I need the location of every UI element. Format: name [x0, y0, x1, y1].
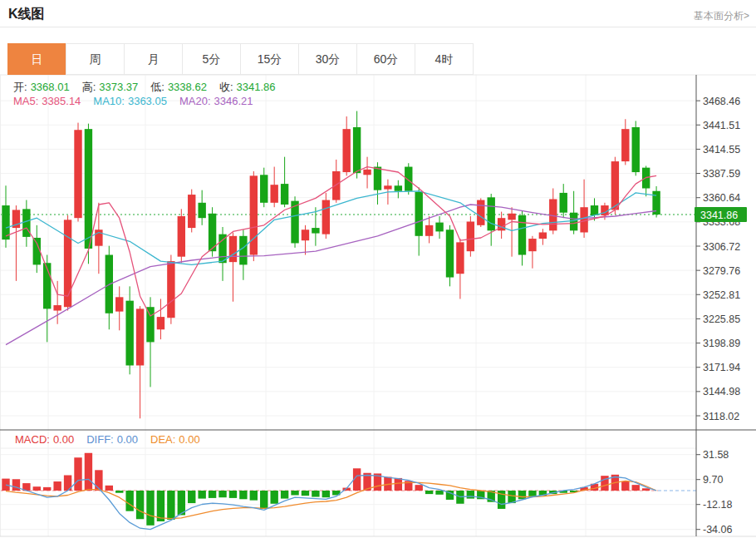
svg-text:3198.89: 3198.89	[703, 338, 740, 349]
svg-text:3225.85: 3225.85	[703, 313, 740, 325]
current-price-badge: 3341.86	[695, 207, 747, 222]
tab-60分[interactable]: 60分	[356, 43, 415, 75]
macd-axis: 31.589.70-12.18-34.06	[696, 449, 732, 536]
diff-line	[6, 476, 656, 530]
svg-text:3252.81: 3252.81	[703, 289, 740, 301]
svg-text:3171.94: 3171.94	[703, 362, 740, 373]
ma10-line	[6, 191, 656, 265]
svg-text:3279.76: 3279.76	[703, 265, 740, 277]
svg-text:3306.72: 3306.72	[703, 241, 740, 253]
svg-text:-12.18: -12.18	[703, 499, 732, 511]
svg-text:3387.59: 3387.59	[703, 168, 740, 180]
svg-text:3360.64: 3360.64	[703, 192, 740, 204]
tab-4时[interactable]: 4时	[415, 43, 474, 75]
svg-text:9.70: 9.70	[703, 474, 723, 486]
tab-30分[interactable]: 30分	[298, 43, 357, 75]
tab-月[interactable]: 月	[124, 43, 183, 75]
ma5-line	[6, 167, 656, 316]
tab-5分[interactable]: 5分	[182, 43, 241, 75]
tab-15分[interactable]: 15分	[240, 43, 299, 75]
svg-text:3468.46: 3468.46	[703, 96, 740, 107]
ma20-line	[6, 205, 656, 345]
tab-周[interactable]: 周	[66, 43, 125, 75]
tab-日[interactable]: 日	[7, 43, 66, 75]
price-axis: 3468.463441.513414.553387.593360.643333.…	[696, 96, 740, 422]
svg-text:3144.98: 3144.98	[703, 386, 740, 397]
dea-line	[6, 481, 656, 518]
panel-borders	[0, 75, 756, 536]
svg-text:3441.51: 3441.51	[703, 120, 740, 131]
svg-text:-34.06: -34.06	[703, 524, 732, 536]
candlestick-series[interactable]	[2, 111, 660, 419]
kline-chart[interactable]: 3468.463441.513414.553387.593360.643333.…	[0, 0, 756, 538]
svg-text:3341.86: 3341.86	[700, 210, 738, 221]
svg-text:3118.02: 3118.02	[703, 411, 739, 422]
svg-text:3414.55: 3414.55	[703, 144, 740, 155]
svg-text:31.58: 31.58	[703, 449, 729, 461]
period-tabbar: 日周月5分15分30分60分4时	[8, 43, 474, 75]
